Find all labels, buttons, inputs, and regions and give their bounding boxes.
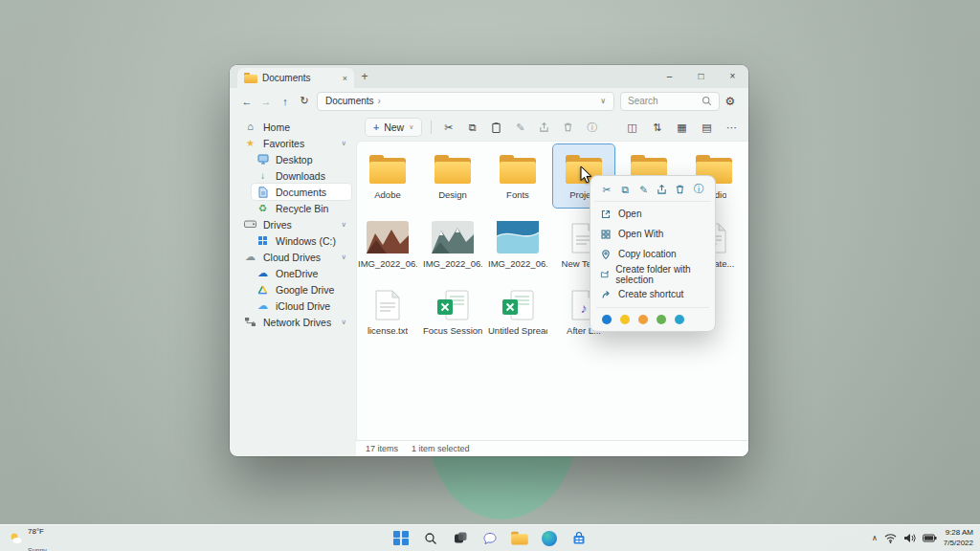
task-view-button[interactable]: [450, 528, 471, 549]
file-item[interactable]: IMG_2022_06...: [357, 213, 418, 276]
breadcrumb[interactable]: Documents: [325, 96, 374, 106]
start-button[interactable]: [390, 528, 412, 549]
volume-icon[interactable]: [903, 533, 916, 543]
wifi-icon[interactable]: [884, 533, 897, 543]
recycle-bin-icon: ♻: [256, 204, 269, 213]
chevron-down-icon[interactable]: ∨: [342, 139, 347, 147]
chat-bubble-icon: [482, 531, 498, 546]
settings-gear-icon[interactable]: ⚙: [720, 95, 741, 108]
menu-item-open-with[interactable]: Open With: [594, 224, 711, 244]
sidebar-item-recycle-bin[interactable]: ♻ Recycle Bin: [252, 200, 351, 216]
refresh-button[interactable]: ↻: [295, 92, 314, 111]
sidebar-item-desktop[interactable]: Desktop: [252, 151, 351, 167]
tray-chevron-up-icon[interactable]: ∧: [872, 534, 878, 542]
edge-button[interactable]: [539, 528, 560, 549]
preview-pane-button[interactable]: ◫: [625, 121, 639, 134]
sidebar-item-label: Documents: [276, 187, 326, 198]
tag-color-orange[interactable]: [638, 315, 648, 324]
chevron-down-icon[interactable]: ∨: [342, 220, 347, 229]
file-name: IMG_2022_06...: [358, 258, 417, 269]
file-item[interactable]: IMG_2022_06...: [422, 213, 483, 276]
properties-icon[interactable]: ⓘ: [691, 182, 706, 197]
location-pin-icon: [600, 249, 612, 260]
cut-button[interactable]: ✂: [441, 121, 456, 134]
new-button-label: New: [384, 121, 404, 133]
sidebar-item-downloads[interactable]: ↓ Downloads: [252, 167, 351, 184]
sidebar-item-google-drive[interactable]: Google Drive: [252, 281, 351, 298]
menu-item-copy-location[interactable]: Copy location: [594, 244, 711, 264]
menu-item-open[interactable]: Open: [594, 204, 711, 224]
file-item[interactable]: Design: [422, 144, 483, 208]
store-bag-icon: [571, 531, 587, 546]
breadcrumb-chevron-icon: ›: [378, 96, 381, 106]
chevron-down-icon[interactable]: ∨: [342, 253, 347, 261]
windows-drive-icon: [256, 236, 269, 245]
details-pane-button[interactable]: ▤: [700, 121, 714, 134]
close-button[interactable]: ×: [717, 65, 748, 86]
rename-icon[interactable]: ✎: [635, 182, 651, 197]
menu-item-create-shortcut[interactable]: Create shortcut: [594, 284, 711, 304]
folder-icon: [499, 154, 537, 185]
file-item[interactable]: IMG_2022_06...: [487, 213, 548, 276]
more-button[interactable]: ⋯: [724, 121, 739, 134]
new-tab-button[interactable]: +: [354, 70, 375, 83]
tab-documents[interactable]: Documents ×: [237, 68, 354, 88]
taskbar-search-button[interactable]: [420, 528, 441, 549]
sidebar-item-cloud-drives[interactable]: ☁ Cloud Drives ∨: [239, 249, 351, 265]
view-options-button[interactable]: ▦: [675, 121, 689, 134]
menu-item-create-folder-with-selection[interactable]: Create folder with selection: [594, 264, 711, 284]
svg-text:♪: ♪: [581, 300, 588, 316]
sidebar-item-drives[interactable]: Drives ∨: [239, 216, 351, 232]
file-item[interactable]: Untitled Spreads...: [487, 280, 548, 343]
sidebar-item-icloud-drive[interactable]: ☁ iCloud Drive: [252, 298, 351, 314]
share-button[interactable]: [537, 121, 551, 133]
tag-color-teal[interactable]: [675, 315, 684, 324]
view-controls: ◫ ⇅ ▦ ▤ ⋯: [625, 121, 739, 134]
file-item[interactable]: Adobe: [357, 144, 418, 208]
chevron-down-icon[interactable]: ∨: [342, 318, 347, 326]
file-name: IMG_2022_06...: [423, 258, 482, 269]
copy-button[interactable]: ⧉: [465, 121, 479, 134]
maximize-button[interactable]: □: [685, 65, 717, 86]
sidebar-item-documents[interactable]: Documents: [252, 184, 351, 200]
sidebar-item-network-drives[interactable]: Network Drives ∨: [239, 314, 351, 330]
tag-color-blue[interactable]: [602, 315, 612, 324]
folder-icon: [368, 154, 407, 185]
item-count: 17 items: [366, 444, 398, 453]
paste-button[interactable]: [489, 121, 503, 134]
file-item[interactable]: license.txt: [357, 280, 418, 343]
file-item[interactable]: Focus Sessions: [422, 280, 483, 343]
tag-color-yellow[interactable]: [620, 315, 630, 324]
clock[interactable]: 9:28 AM 7/5/2022: [944, 528, 973, 549]
up-button[interactable]: ↑: [276, 92, 295, 111]
delete-button[interactable]: [561, 121, 575, 133]
sort-button[interactable]: ⇅: [650, 121, 664, 134]
properties-button[interactable]: ⓘ: [585, 121, 599, 135]
address-dropdown-icon[interactable]: ∨: [600, 97, 606, 105]
share-icon[interactable]: [655, 182, 670, 197]
new-button[interactable]: + New ∨: [366, 119, 421, 136]
search-input[interactable]: Search: [620, 92, 720, 111]
store-button[interactable]: [568, 528, 590, 549]
back-button[interactable]: ←: [237, 92, 256, 111]
rename-button[interactable]: ✎: [513, 121, 527, 134]
battery-icon[interactable]: [923, 534, 937, 542]
forward-button[interactable]: →: [256, 92, 276, 111]
sidebar-item-windows-c[interactable]: Windows (C:): [252, 232, 351, 249]
delete-icon[interactable]: [673, 182, 688, 197]
sidebar-item-favorites[interactable]: ★ Favorites ∨: [239, 135, 351, 151]
star-icon: ★: [244, 139, 256, 148]
copy-icon[interactable]: ⧉: [617, 182, 633, 197]
file-item[interactable]: Fonts: [487, 144, 548, 208]
file-explorer-button[interactable]: [509, 528, 530, 549]
sidebar-item-onedrive[interactable]: ☁ OneDrive: [252, 265, 351, 281]
weather-widget[interactable]: 78°F Sunny: [9, 519, 47, 551]
sidebar-item-home[interactable]: ⌂ Home: [239, 119, 351, 135]
address-bar[interactable]: Documents › ∨: [317, 92, 614, 111]
file-name: Fonts: [506, 189, 529, 200]
cut-icon[interactable]: ✂: [599, 182, 614, 197]
tab-close-icon[interactable]: ×: [343, 74, 347, 83]
tag-color-green[interactable]: [657, 315, 666, 324]
chat-button[interactable]: [479, 528, 501, 549]
minimize-button[interactable]: –: [654, 65, 685, 86]
